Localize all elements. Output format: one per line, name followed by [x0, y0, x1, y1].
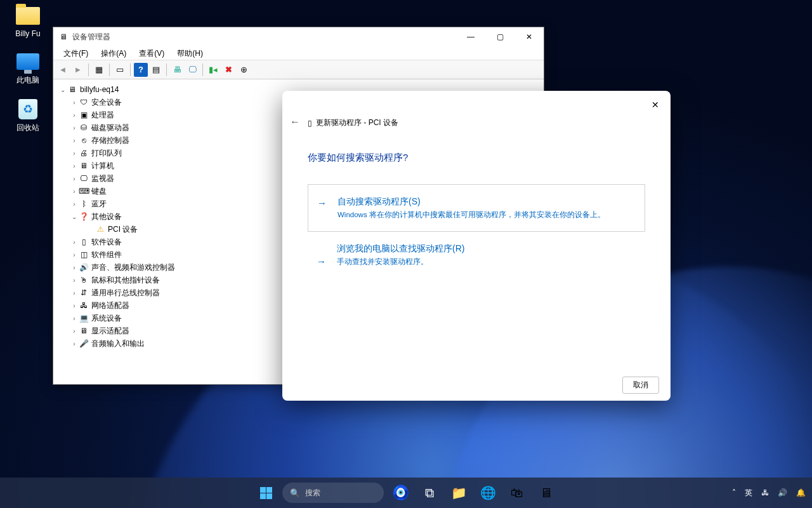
taskbar-app-edge[interactable]: 🌐: [475, 480, 501, 505]
expand-icon[interactable]: ›: [70, 239, 79, 246]
taskbar-app-store[interactable]: 🛍: [504, 480, 530, 505]
node-label: 处理器: [91, 110, 114, 121]
node-label: 监视器: [91, 173, 114, 184]
wizard-title: ▯ 更新驱动程序 - PCI 设备: [308, 117, 398, 128]
node-label: 音频输入和输出: [91, 338, 145, 349]
expand-icon[interactable]: ›: [70, 99, 79, 106]
node-label: 鼠标和其他指针设备: [91, 275, 160, 286]
device-category-icon: 💻: [79, 313, 89, 323]
close-button[interactable]: ✕: [514, 27, 544, 46]
recycle-bin-icon: [18, 99, 37, 119]
node-label: billyfu-eq14: [80, 85, 119, 94]
menu-view[interactable]: 查看(V): [133, 46, 171, 60]
notifications-icon[interactable]: 🔔: [796, 488, 806, 497]
expand-icon[interactable]: ›: [70, 124, 79, 131]
menu-action[interactable]: 操作(A): [95, 46, 133, 60]
print-button[interactable]: 🖶: [170, 63, 184, 77]
minimize-button[interactable]: ―: [456, 27, 485, 46]
node-label: 系统设备: [91, 313, 122, 324]
expand-icon[interactable]: ›: [70, 163, 79, 170]
taskbar-search[interactable]: 🔍 搜索: [282, 483, 384, 503]
app-icon: 🖥: [58, 32, 69, 42]
tray-overflow[interactable]: ˄: [732, 488, 736, 497]
node-label: 安全设备: [91, 97, 122, 108]
cancel-button[interactable]: 取消: [622, 377, 659, 394]
taskbar-app-devmgr[interactable]: 🖥: [534, 480, 559, 505]
expand-icon[interactable]: ›: [70, 251, 79, 258]
expand-icon[interactable]: ›: [70, 137, 79, 144]
show-hidden-button[interactable]: ▦: [92, 63, 106, 77]
node-label: 声音、视频和游戏控制器: [91, 262, 175, 273]
desktop-icon-label: Billy Fu: [15, 29, 40, 38]
forward-button[interactable]: ►: [71, 63, 85, 77]
expand-icon[interactable]: ›: [70, 112, 79, 119]
back-button[interactable]: ◄: [56, 63, 70, 77]
maximize-button[interactable]: ▢: [485, 27, 514, 46]
taskview-icon: ⧉: [425, 486, 434, 500]
taskbar: 🔍 搜索 🧿 ⧉ 📁 🌐 🛍 🖥 ˄ 英 🖧 🔊 🔔: [0, 478, 812, 508]
expand-icon[interactable]: ›: [70, 264, 79, 271]
devmgr-icon: 🖥: [540, 486, 553, 500]
uninstall-button[interactable]: ✖: [221, 63, 235, 77]
titlebar[interactable]: 🖥 设备管理器 ― ▢ ✕: [53, 27, 544, 46]
ime-indicator[interactable]: 英: [745, 488, 752, 498]
copilot-icon: 🧿: [392, 485, 409, 501]
device-category-icon: 🎤: [79, 338, 89, 349]
expand-icon[interactable]: ⌄: [70, 213, 79, 220]
scan-button[interactable]: ▤: [149, 63, 163, 77]
expand-icon[interactable]: ›: [70, 340, 79, 347]
node-label: 打印队列: [91, 148, 122, 159]
system-tray: ˄ 英 🖧 🔊 🔔: [732, 488, 806, 498]
expand-icon[interactable]: ›: [70, 302, 79, 309]
expand-icon[interactable]: ›: [70, 188, 79, 195]
store-icon: 🛍: [511, 486, 523, 500]
desktop-icon-recyclebin[interactable]: 回收站: [6, 98, 49, 133]
device-category-icon: 🖱: [79, 275, 89, 285]
taskbar-app-explorer[interactable]: 📁: [446, 480, 471, 505]
menu-file[interactable]: 文件(F): [57, 46, 95, 60]
expand-icon[interactable]: ›: [70, 290, 79, 297]
help-button[interactable]: ?: [134, 63, 148, 77]
device-category-icon: 🖵: [79, 173, 89, 184]
scan-hardware-button[interactable]: ⊕: [237, 63, 251, 77]
copilot-button[interactable]: 🧿: [388, 480, 413, 505]
device-category-icon: ⌨: [79, 186, 89, 196]
properties-button[interactable]: ▭: [113, 63, 127, 77]
expand-icon[interactable]: ⌄: [58, 86, 67, 93]
desktop-icon-thispc[interactable]: 此电脑: [6, 51, 49, 86]
back-button[interactable]: ←: [290, 116, 300, 128]
folder-icon: 📁: [451, 485, 467, 500]
node-label: 蓝牙: [91, 199, 107, 210]
task-view-button[interactable]: ⧉: [417, 480, 442, 505]
wizard-question: 你要如何搜索驱动程序?: [308, 152, 645, 164]
network-icon[interactable]: 🖧: [761, 488, 769, 497]
device-category-icon: 🖧: [79, 300, 89, 311]
update-driver-button[interactable]: 🖵: [185, 63, 199, 77]
node-label: 磁盘驱动器: [91, 123, 129, 133]
node-label: 计算机: [91, 161, 114, 171]
option-desc: Windows 将在你的计算机中搜索最佳可用驱动程序，并将其安装在你的设备上。: [337, 210, 632, 220]
enable-button[interactable]: ▮◂: [206, 63, 220, 77]
expand-icon[interactable]: ›: [70, 315, 79, 322]
expand-icon[interactable]: ›: [70, 201, 79, 208]
desktop-icon-label: 回收站: [16, 123, 39, 133]
option-browse[interactable]: → 浏览我的电脑以查找驱动程序(R) 手动查找并安装驱动程序。: [308, 243, 645, 278]
expand-icon[interactable]: ›: [70, 277, 79, 284]
expand-icon[interactable]: ›: [70, 328, 79, 335]
option-auto-search[interactable]: → 自动搜索驱动程序(S) Windows 将在你的计算机中搜索最佳可用驱动程序…: [308, 184, 645, 232]
desktop-icon-folder[interactable]: Billy Fu: [6, 5, 49, 38]
driver-update-wizard: ✕ ← ▯ 更新驱动程序 - PCI 设备 你要如何搜索驱动程序? → 自动搜索…: [282, 91, 671, 401]
windows-logo-icon: [260, 487, 272, 499]
node-label: 通用串行总线控制器: [91, 288, 160, 298]
node-label: 键盘: [91, 186, 107, 197]
start-button[interactable]: [253, 480, 278, 505]
menu-help[interactable]: 帮助(H): [171, 46, 209, 60]
expand-icon[interactable]: ›: [70, 150, 79, 157]
device-category-icon: ◫: [79, 250, 89, 260]
node-label: 存储控制器: [91, 135, 129, 146]
expand-icon[interactable]: ›: [70, 175, 79, 182]
device-category-icon: ▯: [79, 237, 89, 247]
volume-icon[interactable]: 🔊: [778, 488, 787, 497]
close-button[interactable]: ✕: [645, 96, 665, 114]
search-placeholder: 搜索: [305, 488, 320, 498]
